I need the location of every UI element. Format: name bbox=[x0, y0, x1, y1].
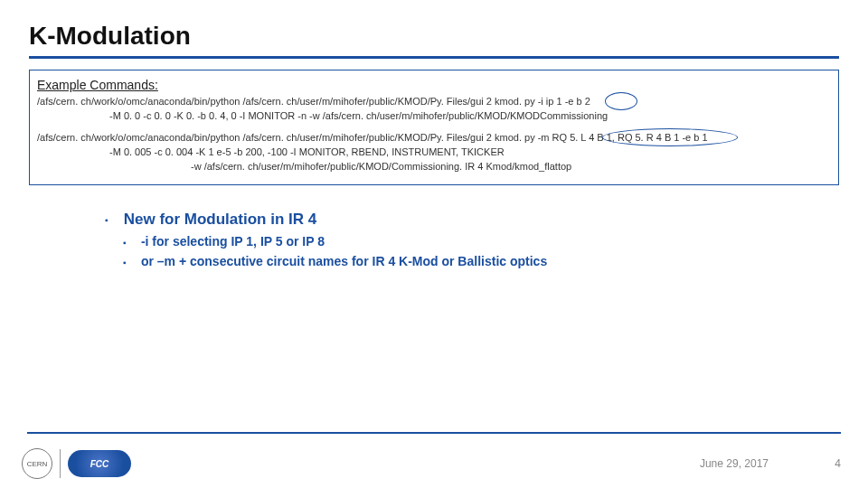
circle-annotation-1 bbox=[605, 92, 637, 110]
bullet-mark: ▪ bbox=[123, 238, 132, 248]
title-underline bbox=[29, 56, 839, 59]
command-text: -M 0. 005 -c 0. 004 -K 1 e-5 -b 200, -10… bbox=[109, 146, 505, 157]
footer-divider bbox=[27, 432, 841, 434]
bullet-l2a-text: -i for selecting IP 1, IP 5 or IP 8 bbox=[141, 234, 325, 249]
footer-logos: CERN FCC bbox=[22, 448, 131, 479]
logo-divider bbox=[60, 449, 61, 478]
command-line-4: -M 0. 005 -c 0. 004 -K 1 e-5 -b 200, -10… bbox=[37, 146, 831, 157]
bullet-level2-a: ▪ -i for selecting IP 1, IP 5 or IP 8 bbox=[123, 234, 841, 249]
command-line-1: /afs/cern. ch/work/o/omc/anaconda/bin/py… bbox=[37, 96, 831, 107]
slide-title: K-Modulation bbox=[29, 22, 841, 51]
bullet-list: ▪ New for Modulation in IR 4 ▪ -i for se… bbox=[105, 211, 841, 268]
bullet-mark: ▪ bbox=[105, 215, 114, 225]
bullet-level2-b: ▪ or –m + consecutive circuit names for … bbox=[123, 254, 841, 268]
command-text: /afs/cern. ch/work/o/omc/anaconda/bin/py… bbox=[37, 96, 590, 107]
command-line-5: -w /afs/cern. ch/user/m/mihofer/public/K… bbox=[37, 161, 831, 172]
bullet-mark: ▪ bbox=[123, 258, 132, 267]
example-commands-box: Example Commands: /afs/cern. ch/work/o/o… bbox=[29, 70, 839, 185]
fcc-logo: FCC bbox=[68, 450, 131, 477]
bullet-level1: ▪ New for Modulation in IR 4 bbox=[105, 211, 841, 229]
command-text: -M 0. 0 -c 0. 0 -K 0. -b 0. 4, 0 -I MONI… bbox=[109, 110, 608, 121]
footer-date: June 29, 2017 bbox=[700, 457, 769, 470]
command-line-3: /afs/cern. ch/work/o/omc/anaconda/bin/py… bbox=[37, 132, 831, 143]
bullet-l1-text: New for Modulation in IR 4 bbox=[124, 211, 316, 228]
command-text: -w /afs/cern. ch/user/m/mihofer/public/K… bbox=[191, 161, 571, 172]
example-commands-header: Example Commands: bbox=[37, 78, 831, 92]
cern-logo: CERN bbox=[22, 448, 52, 479]
footer-page-number: 4 bbox=[835, 457, 841, 470]
circle-annotation-2 bbox=[602, 128, 738, 146]
bullet-l2b-text: or –m + consecutive circuit names for IR… bbox=[141, 254, 547, 268]
command-line-2: -M 0. 0 -c 0. 0 -K 0. -b 0. 4, 0 -I MONI… bbox=[37, 110, 831, 121]
